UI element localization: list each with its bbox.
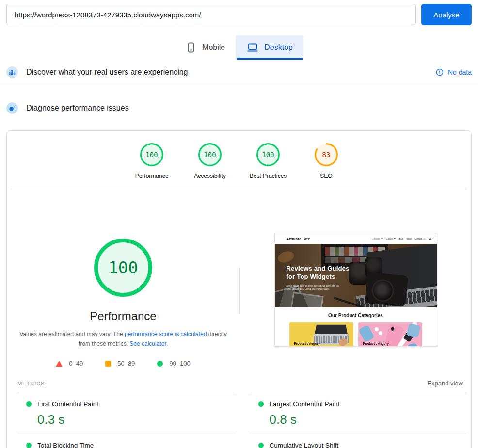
metrics-header: METRICS Expand view: [17, 380, 463, 387]
tab-desktop[interactable]: Desktop: [236, 35, 303, 60]
metric-tbt: Total Blocking Time 0 ms: [17, 434, 235, 448]
mobile-icon: [185, 42, 197, 53]
performance-panel-title: Performance: [90, 309, 156, 323]
url-input[interactable]: [6, 4, 416, 25]
score-calculation-link[interactable]: performance score is calculated: [125, 331, 207, 337]
lighthouse-report-card: 100 Performance 100 Accessibility 100: [6, 130, 472, 448]
chevron-down-icon: [381, 238, 383, 239]
preview-nav-item: About: [406, 238, 412, 240]
best-practices-label: Best Practices: [250, 173, 287, 179]
performance-summary: 100 Performance Values are estimated and…: [7, 189, 239, 367]
performance-panel: 100 Performance Values are estimated and…: [7, 189, 471, 367]
performance-score: 100: [140, 143, 163, 166]
legend-fail: 0–49: [56, 360, 83, 367]
pass-dot-icon: [26, 401, 32, 407]
pass-circle-icon: [157, 361, 163, 367]
fail-triangle-icon: [56, 361, 63, 367]
preview-nav-item: Guides: [386, 238, 393, 240]
preview-site-header: Affiliate Site Reviews Guides Blog About…: [275, 233, 437, 244]
gauge-seo[interactable]: 83 SEO: [297, 143, 355, 179]
performance-gauge: 100: [140, 143, 163, 166]
accessibility-score: 100: [198, 143, 222, 166]
field-data-title: Discover what your real users are experi…: [26, 68, 188, 77]
category-gauges-row: 100 Performance 100 Accessibility 100: [7, 131, 471, 179]
accessibility-label: Accessibility: [194, 173, 225, 179]
hero-title-line1: Reviews and Guides: [287, 264, 350, 272]
section-divider: [0, 85, 478, 85]
hero-title-line2: for Top Widgets: [287, 272, 350, 281]
metric-fcp: First Contentful Paint 0.3 s: [17, 393, 235, 434]
metric-lcp: Largest Contentful Paint 0.8 s: [250, 393, 467, 434]
no-data-status[interactable]: No data: [436, 68, 472, 76]
card-accessory-shape: [407, 343, 417, 347]
pass-dot-icon: [258, 401, 264, 407]
card-accessory-shape: [358, 325, 375, 343]
device-tabs: Mobile Desktop: [0, 35, 478, 60]
gauge-accessibility[interactable]: 100 Accessibility: [181, 143, 239, 179]
metric-lcp-value: 0.8 s: [270, 412, 467, 427]
preview-site-logo: Affiliate Site: [287, 237, 310, 241]
metric-lcp-name: Largest Contentful Paint: [270, 400, 340, 408]
no-data-label: No data: [448, 68, 472, 76]
performance-description: Values are estimated and may vary. The p…: [15, 329, 231, 349]
pass-dot-icon: [26, 443, 32, 448]
performance-label: Performance: [135, 173, 169, 179]
metric-cls: Cumulative Layout Shift 0: [250, 434, 467, 448]
diagnose-title: Diagnose performance issues: [26, 104, 129, 112]
accessibility-gauge: 100: [198, 143, 222, 166]
compass-icon: [6, 102, 18, 114]
card-earbud-shape: [375, 327, 379, 331]
legend-pass: 90–100: [157, 360, 190, 367]
desc-text: Values are estimated and may vary. The: [19, 331, 123, 337]
analyse-button[interactable]: Analyse: [421, 4, 472, 25]
pass-dot-icon: [258, 443, 264, 448]
metric-tbt-name: Total Blocking Time: [37, 442, 94, 448]
users-icon: [6, 66, 18, 78]
field-data-section-header: Discover what your real users are experi…: [0, 60, 478, 85]
preview-category-cards: Product category Product category: [275, 318, 437, 347]
legend-pass-range: 90–100: [169, 360, 190, 367]
seo-gauge: 83: [315, 143, 338, 166]
preview-section-heading: Our Product Categories: [275, 313, 437, 318]
search-icon: [429, 237, 432, 240]
metric-cls-name: Cumulative Layout Shift: [270, 442, 339, 448]
see-calculator-link[interactable]: See calculator.: [129, 340, 168, 347]
metrics-grid: First Contentful Paint 0.3 s Largest Con…: [17, 393, 467, 448]
preview-nav-item: Contact Us: [414, 238, 425, 240]
info-icon: [436, 68, 444, 76]
seo-score: 83: [315, 143, 338, 166]
tab-mobile-label: Mobile: [202, 43, 225, 52]
page-screenshot-thumbnail[interactable]: Affiliate Site Reviews Guides Blog About…: [274, 233, 437, 347]
desktop-icon: [246, 42, 259, 53]
preview-site-nav: Reviews Guides Blog About Contact Us: [372, 237, 431, 240]
expand-view-button[interactable]: Expand view: [427, 380, 463, 387]
preview-nav-item: Blog: [398, 238, 403, 240]
preview-body: Our Product Categories Product category: [275, 307, 437, 347]
diagnose-section-header: Diagnose performance issues: [0, 96, 478, 121]
card-laptop-screen-shape: [314, 325, 347, 334]
performance-big-score: 100: [94, 239, 152, 297]
tab-mobile[interactable]: Mobile: [175, 35, 236, 60]
screenshot-area: Affiliate Site Reviews Guides Blog About…: [240, 189, 471, 367]
card-caption: Product category: [363, 342, 389, 345]
gauge-performance[interactable]: 100 Performance: [123, 143, 181, 179]
preview-hero-image: Reviews and Guides for Top Widgets Lorem…: [275, 244, 437, 307]
tab-underline: [237, 58, 303, 60]
gauge-best-practices[interactable]: 100 Best Practices: [239, 143, 297, 179]
best-practices-gauge: 100: [256, 143, 280, 166]
chevron-down-icon: [394, 238, 396, 239]
card-accessory-shape: [406, 323, 420, 338]
tab-desktop-label: Desktop: [264, 43, 293, 52]
best-practices-score: 100: [256, 143, 280, 166]
metric-fcp-value: 0.3 s: [37, 412, 235, 427]
seo-label: SEO: [320, 173, 332, 179]
legend-average: 50–89: [105, 360, 135, 367]
hero-subtext: Lorem ipsum dolor sit amet, consectetur …: [287, 284, 345, 291]
card-earbud-shape: [379, 331, 382, 335]
preview-nav-item: Reviews: [372, 238, 380, 240]
score-legend: 0–49 50–89 90–100: [56, 360, 190, 367]
url-bar: Analyse: [0, 0, 478, 25]
average-square-icon: [105, 361, 111, 367]
card-caption: Product category: [294, 342, 320, 345]
legend-average-range: 50–89: [117, 360, 135, 367]
